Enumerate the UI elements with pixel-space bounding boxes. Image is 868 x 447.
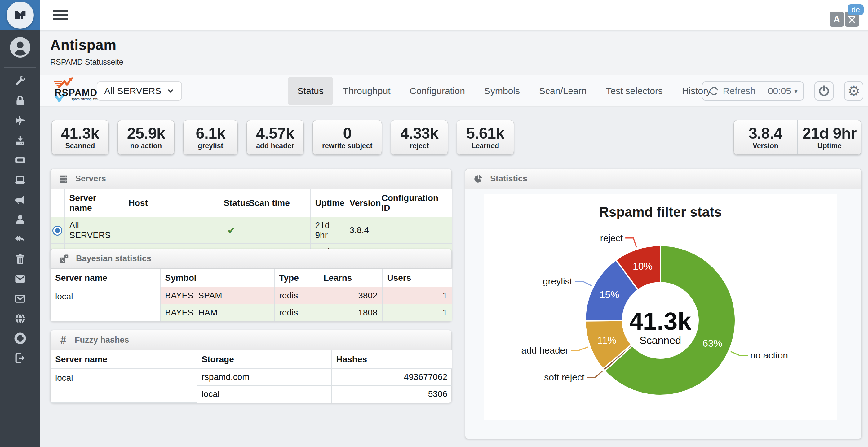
server-name: All SERVERS	[64, 217, 124, 244]
servers-panel-header: Servers	[51, 169, 452, 189]
globe-icon[interactable]	[13, 312, 27, 325]
col-config-id: Configuration ID	[377, 189, 452, 217]
slice-pct-add-header: 11%	[597, 335, 617, 346]
translate-widget[interactable]: de A	[817, 4, 864, 29]
server-config-id	[377, 217, 452, 244]
refresh-label: Refresh	[723, 86, 755, 96]
bayes-type: redis	[274, 287, 319, 304]
stat-value: 5.61k	[466, 125, 504, 142]
topbar: de A	[40, 0, 868, 31]
refresh-interval-dropdown[interactable]: 00:05 ▾	[762, 82, 803, 100]
bayes-panel-header: Bayesian statistics	[51, 249, 452, 269]
shutdown-button[interactable]	[814, 81, 834, 101]
version-value: 3.8.4	[749, 125, 782, 142]
slice-pct-reject: 10%	[633, 261, 653, 272]
chart-center-label: Scanned	[640, 334, 681, 346]
uptime-label: Uptime	[817, 142, 842, 150]
stat-label: add header	[256, 142, 294, 150]
server-row-all: All SERVERS ✔ 21d 9hr 3.8.4	[51, 217, 452, 244]
toolbar-controls: Refresh 00:05 ▾ ⚙	[702, 81, 863, 101]
tab-configuration[interactable]: Configuration	[400, 77, 475, 105]
svg-text:RSPAMD: RSPAMD	[55, 87, 97, 98]
slice-pct-greylist: 15%	[599, 289, 619, 300]
user-icon[interactable]	[13, 213, 27, 226]
bayes-server-name: local	[51, 287, 160, 321]
tab-test-selectors[interactable]: Test selectors	[596, 77, 672, 105]
slice-pct-no-action: 63%	[703, 338, 722, 349]
stat-value: 6.1k	[196, 125, 225, 142]
stat-card-learned: 5.61kLearned	[457, 120, 514, 155]
page-title: Antispam	[50, 37, 868, 53]
wrench-icon[interactable]	[13, 75, 27, 87]
lock-icon[interactable]	[13, 94, 27, 107]
slice-label-no-action: no action	[750, 350, 788, 360]
plane-icon[interactable]	[13, 114, 27, 127]
server-radio-all[interactable]	[52, 226, 62, 236]
fuzzy-panel-header: # Fuzzy hashes	[51, 330, 452, 350]
col-users: Users	[382, 269, 452, 287]
version-uptime-card: 3.8.4 Version 21d 9hr Uptime	[734, 120, 862, 155]
life-ring-icon[interactable]	[13, 332, 27, 345]
slice-label-add-header: add header	[521, 345, 568, 355]
envelope-icon[interactable]	[13, 273, 27, 285]
col-version: Version	[345, 189, 377, 217]
stat-card-greylist: 6.1kgreylist	[183, 120, 238, 155]
slice-label-greylist: greylist	[543, 276, 572, 286]
bayes-panel: Bayesian statistics Server name Symbol T…	[50, 248, 452, 322]
refresh-interval-value: 00:05	[768, 86, 791, 96]
rspamd-logo: RSPAMD spam filtering system	[52, 77, 102, 105]
slice-leader-line-add-header	[571, 347, 588, 350]
caret-down-icon: ▾	[794, 87, 798, 95]
statistics-panel-title: Statistics	[490, 174, 527, 183]
main-content: 41.3kScanned25.9kno action6.1kgreylist4.…	[40, 107, 868, 447]
col-server-name: Server name	[51, 269, 160, 287]
tab-status[interactable]: Status	[288, 77, 333, 105]
bullhorn-icon[interactable]	[13, 194, 27, 206]
hash-icon: #	[59, 334, 68, 346]
mailcow-logo-icon	[6, 2, 34, 29]
page-subtitle: RSPAMD Statusseite	[50, 58, 868, 67]
chart-title: Rspamd filter stats	[599, 204, 722, 219]
bayes-learns: 1808	[319, 304, 382, 321]
slice-leader-line-no-action	[731, 351, 748, 355]
col-uptime: Uptime	[310, 189, 345, 217]
download-icon[interactable]	[13, 134, 27, 146]
sign-out-icon[interactable]	[13, 352, 27, 364]
tab-symbols[interactable]: Symbols	[475, 77, 529, 105]
bayes-type: redis	[274, 304, 319, 321]
fuzzy-storage: local	[197, 386, 331, 403]
menu-toggle-icon[interactable]	[53, 10, 68, 21]
server-select-value: All SERVERS	[104, 86, 161, 96]
version-label: Version	[753, 142, 778, 150]
server-select-dropdown[interactable]: All SERVERS	[97, 81, 182, 101]
user-avatar[interactable]	[10, 37, 30, 58]
refresh-button[interactable]: Refresh	[703, 82, 762, 100]
tab-throughput[interactable]: Throughput	[333, 77, 400, 105]
slice-label-reject: reject	[600, 233, 623, 243]
stat-value: 4.33k	[400, 125, 438, 142]
app-logo[interactable]	[0, 0, 40, 30]
bayes-users: 1	[382, 304, 452, 321]
bayes-table: Server name Symbol Type Learns Users loc…	[51, 269, 452, 321]
uptime-block: 21d 9hr Uptime	[798, 121, 862, 154]
stat-card-rewrite-subject: 0rewrite subject	[312, 120, 382, 155]
tab-scan-learn[interactable]: Scan/Learn	[529, 77, 596, 105]
col-symbol: Symbol	[160, 269, 274, 287]
trash-icon[interactable]	[13, 253, 27, 265]
col-storage: Storage	[197, 350, 331, 369]
settings-button[interactable]: ⚙	[844, 81, 863, 101]
uptime-value: 21d 9hr	[803, 125, 857, 142]
reply-all-icon[interactable]	[13, 233, 27, 245]
dice-icon	[59, 253, 69, 264]
power-icon	[818, 85, 830, 97]
laptop-icon[interactable]	[13, 174, 27, 186]
rspamd-toolbar: RSPAMD spam filtering system All SERVERS…	[40, 75, 868, 107]
pie-chart-icon	[473, 174, 483, 184]
envelope-open-icon[interactable]	[13, 293, 27, 305]
stat-card-no-action: 25.9kno action	[118, 120, 175, 155]
stat-value: 41.3k	[61, 125, 99, 142]
stat-label: Learned	[471, 142, 499, 150]
ticket-icon[interactable]	[13, 154, 27, 166]
page-header: Antispam RSPAMD Statusseite	[40, 32, 868, 75]
stat-card-scanned: 41.3kScanned	[52, 120, 109, 155]
